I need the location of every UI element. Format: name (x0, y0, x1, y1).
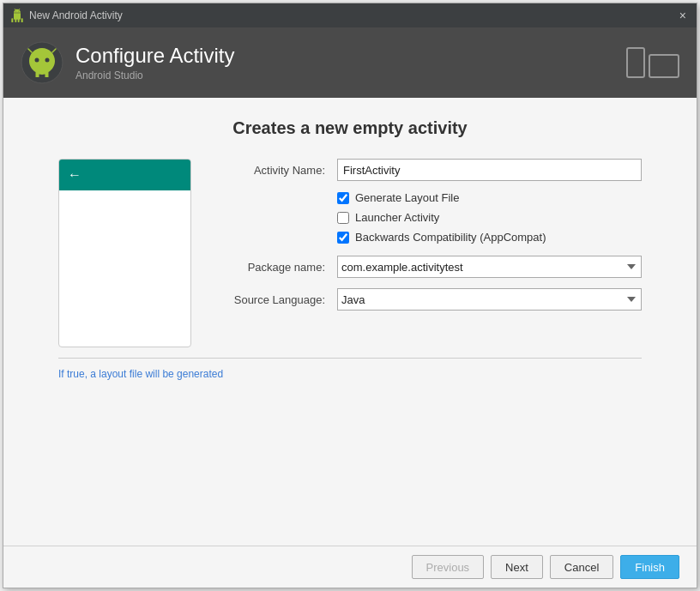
activity-name-row: Activity Name: (226, 159, 642, 181)
backwards-compat-row[interactable]: Backwards Compatibility (AppCompat) (337, 231, 642, 244)
package-name-select[interactable]: com.example.activitytest (337, 256, 642, 278)
title-bar: New Android Activity × (3, 3, 697, 27)
header-title: Configure Activity (75, 44, 234, 68)
source-language-row: Source Language: Java Kotlin (226, 288, 642, 311)
form-fields: Activity Name: Generate Layout File Laun… (226, 159, 642, 347)
svg-point-1 (35, 58, 39, 63)
activity-name-label: Activity Name: (226, 164, 337, 177)
header-device-icons (626, 47, 679, 78)
page-title: Creates a new empty activity (232, 118, 467, 138)
back-arrow-icon: ← (68, 167, 81, 183)
backwards-compat-label: Backwards Compatibility (AppCompat) (355, 231, 546, 244)
title-text: New Android Activity (29, 9, 123, 21)
next-button[interactable]: Next (491, 555, 543, 579)
generate-layout-label: Generate Layout File (355, 191, 459, 204)
header-subtitle: Android Studio (75, 69, 234, 81)
source-language-select[interactable]: Java Kotlin (337, 288, 642, 311)
android-title-icon (10, 9, 24, 22)
hint-text: If true, a layout file will be generated (58, 368, 223, 380)
activity-name-input[interactable] (337, 159, 642, 181)
header-left: Configure Activity Android Studio (21, 41, 234, 84)
dialog-window: New Android Activity × Configure Activit… (3, 3, 697, 588)
generate-layout-checkbox[interactable] (337, 192, 349, 204)
hint-area: If true, a layout file will be generated (58, 358, 642, 380)
phone-preview: ← (58, 159, 200, 347)
close-button[interactable]: × (676, 7, 690, 24)
package-name-label: Package name: (226, 261, 337, 274)
phone-top-bar: ← (59, 160, 190, 190)
tablet-icon (649, 54, 679, 78)
generate-layout-row[interactable]: Generate Layout File (337, 191, 642, 204)
title-bar-left: New Android Activity (10, 9, 123, 22)
source-language-label: Source Language: (226, 293, 337, 306)
launcher-activity-row[interactable]: Launcher Activity (337, 211, 642, 224)
phone-mockup: ← (58, 159, 191, 347)
footer: Previous Next Cancel Finish (3, 546, 697, 588)
launcher-activity-label: Launcher Activity (355, 211, 439, 224)
form-area: ← Activity Name: Generate Layout File (58, 159, 642, 347)
phone-icon (626, 47, 645, 78)
cancel-button[interactable]: Cancel (550, 555, 613, 579)
header-title-group: Configure Activity Android Studio (75, 44, 234, 81)
previous-button[interactable]: Previous (412, 555, 485, 579)
package-name-row: Package name: com.example.activitytest (226, 256, 642, 278)
launcher-activity-checkbox[interactable] (337, 212, 349, 224)
backwards-compat-checkbox[interactable] (337, 232, 349, 244)
checkbox-group: Generate Layout File Launcher Activity B… (337, 191, 642, 244)
svg-point-2 (45, 58, 50, 63)
android-studio-logo (21, 41, 63, 84)
finish-button[interactable]: Finish (620, 555, 679, 579)
header: Configure Activity Android Studio (3, 27, 697, 98)
main-content: Creates a new empty activity ← Activity … (3, 98, 697, 546)
